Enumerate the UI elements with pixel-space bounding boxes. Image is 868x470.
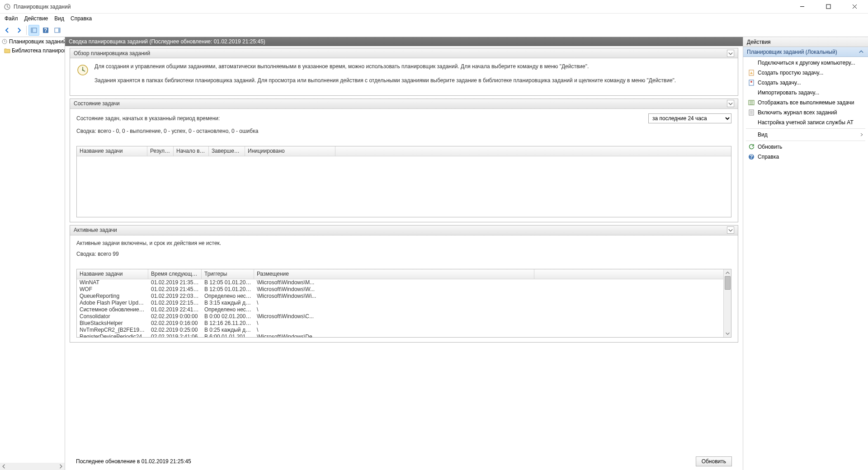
actions-list: Подключиться к другому компьютеру... Соз… xyxy=(743,57,868,163)
status-table-header[interactable]: Название задачи Результат... Начало выпо… xyxy=(77,146,731,156)
action-label: Отображать все выполняемые задачи xyxy=(758,99,854,106)
cell-loc: \Microsoft\Windows\M... xyxy=(254,279,534,286)
collapse-icon[interactable] xyxy=(858,49,864,55)
scheduler-icon xyxy=(1,38,8,45)
window-title: Планировщик заданий xyxy=(14,4,792,10)
tree-root-label: Планировщик заданий (Лок xyxy=(9,38,65,45)
scroll-right-icon[interactable] xyxy=(57,463,64,470)
collapse-icon[interactable] xyxy=(727,226,734,234)
cell-name: Adobe Flash Player Updater xyxy=(77,300,148,306)
action-create-basic[interactable]: Создать простую задачу... xyxy=(743,68,868,78)
action-connect[interactable]: Подключиться к другому компьютеру... xyxy=(743,58,868,68)
help-button[interactable]: ? xyxy=(40,25,51,36)
back-button[interactable] xyxy=(2,25,13,36)
menu-view[interactable]: Вид xyxy=(52,14,67,23)
cell-name: Системное обновление Браузер... xyxy=(77,306,148,313)
status-header[interactable]: Состояние задачи xyxy=(70,99,738,109)
window-controls xyxy=(792,0,864,13)
blank-icon xyxy=(748,59,755,66)
toolbar-actions-button[interactable] xyxy=(52,25,63,36)
action-refresh[interactable]: Обновить xyxy=(743,142,868,152)
col-name[interactable]: Название задачи xyxy=(77,146,147,156)
cell-trig: В 0:00 02.01.2004 - Част... xyxy=(202,313,254,320)
center-header-label: Сводка планировщика заданий (Последнее о… xyxy=(69,38,265,45)
actions-group-title: Планировщик заданий (Локальный) xyxy=(747,49,837,55)
center-header: Сводка планировщика заданий (Последнее о… xyxy=(65,37,743,46)
tree-library-label: Библиотека планировщ xyxy=(12,47,65,54)
overview-section: Обзор планировщика заданий Для создания … xyxy=(70,48,738,96)
action-show-running[interactable]: Отображать все выполняемые задачи xyxy=(743,98,868,108)
active-table-header[interactable]: Название задачи Время следующего зап... … xyxy=(77,269,723,279)
col-result[interactable]: Результат... xyxy=(147,146,174,156)
svg-rect-7 xyxy=(58,28,60,33)
menu-action[interactable]: Действие xyxy=(22,14,51,23)
table-row[interactable]: NvTmRepCR2_{B2FE1952-0186-46...02.02.201… xyxy=(77,327,723,334)
collapse-icon[interactable] xyxy=(727,50,734,57)
minimize-button[interactable] xyxy=(792,0,812,13)
close-button[interactable] xyxy=(844,0,864,13)
clock-icon xyxy=(76,64,89,76)
table-row[interactable]: Adobe Flash Player Updater01.02.2019 22:… xyxy=(77,300,723,306)
action-enable-log[interactable]: Включить журнал всех заданий xyxy=(743,108,868,118)
forward-button[interactable] xyxy=(14,25,24,36)
col-start[interactable]: Начало выпо... xyxy=(174,146,209,156)
toolbar-pane-button[interactable] xyxy=(28,25,39,36)
status-period-select[interactable]: за последние 24 часа xyxy=(648,113,731,123)
table-row[interactable]: WOF01.02.2019 21:45:00В 12:05 01.01.2007… xyxy=(77,286,723,293)
action-at-account[interactable]: Настройка учетной записи службы AT xyxy=(743,118,868,127)
title-bar: Планировщик заданий xyxy=(0,0,868,14)
action-label: Подключиться к другому компьютеру... xyxy=(758,60,855,66)
cell-loc: \Microsoft\Windows\Wi... xyxy=(254,293,534,299)
table-row[interactable]: BlueStacksHelper02.02.2019 0:16:00В 12:1… xyxy=(77,320,723,327)
col-name[interactable]: Название задачи xyxy=(77,269,148,279)
active-scrollbar[interactable] xyxy=(723,269,731,337)
table-row[interactable]: QueueReporting01.02.2019 22:03:52Определ… xyxy=(77,293,723,300)
cell-next: 01.02.2019 22:15:00 xyxy=(148,300,202,306)
col-loc[interactable]: Размещение xyxy=(254,269,534,279)
table-row[interactable]: Consolidator02.02.2019 0:00:00В 0:00 02.… xyxy=(77,313,723,320)
col-next[interactable]: Время следующего зап... xyxy=(148,269,202,279)
svg-text:?: ? xyxy=(44,27,47,33)
menu-file[interactable]: Файл xyxy=(2,14,21,23)
cell-loc: \ xyxy=(254,306,534,313)
action-help[interactable]: ? Справка xyxy=(743,152,868,162)
overview-title: Обзор планировщика заданий xyxy=(74,50,150,56)
active-title: Активные задачи xyxy=(74,227,117,233)
tree-scrollbar-horizontal[interactable] xyxy=(0,463,65,470)
table-row[interactable]: RegisterDevicePeriodic2402.02.2019 2:41:… xyxy=(77,334,723,337)
table-row[interactable]: WinNAT01.02.2019 21:35:00В 12:05 01.01.2… xyxy=(77,279,723,286)
tree-library[interactable]: Библиотека планировщ xyxy=(0,46,65,55)
cell-name: QueueReporting xyxy=(77,293,148,299)
svg-rect-3 xyxy=(31,28,33,33)
scroll-up-icon[interactable] xyxy=(725,270,731,276)
action-import[interactable]: Импортировать задачу... xyxy=(743,88,868,98)
action-label: Включить журнал всех заданий xyxy=(758,109,837,116)
refresh-icon xyxy=(748,143,755,150)
col-init[interactable]: Инициировано xyxy=(245,146,335,156)
status-section: Состояние задачи Состояние задач, начаты… xyxy=(70,99,738,222)
collapse-icon[interactable] xyxy=(727,100,734,107)
chevron-right-icon xyxy=(860,132,863,138)
table-row[interactable]: Системное обновление Браузер...01.02.201… xyxy=(77,306,723,313)
actions-pane: Действия Планировщик заданий (Локальный)… xyxy=(743,37,868,470)
menu-bar: Файл Действие Вид Справка xyxy=(0,14,868,24)
maximize-button[interactable] xyxy=(818,0,838,13)
scroll-down-icon[interactable] xyxy=(725,330,731,336)
col-trig[interactable]: Триггеры xyxy=(202,269,254,279)
cell-next: 02.02.2019 0:25:00 xyxy=(148,327,202,333)
overview-header[interactable]: Обзор планировщика заданий xyxy=(70,48,738,58)
refresh-button[interactable]: Обновить xyxy=(696,456,732,466)
actions-group-header[interactable]: Планировщик заданий (Локальный) xyxy=(743,47,868,57)
scroll-thumb[interactable] xyxy=(725,276,731,290)
action-view[interactable]: Вид xyxy=(743,130,868,140)
scroll-left-icon[interactable] xyxy=(1,463,7,470)
col-end[interactable]: Завершение в... xyxy=(209,146,245,156)
active-header[interactable]: Активные задачи xyxy=(70,226,738,235)
action-create[interactable]: Создать задачу... xyxy=(743,78,868,88)
tree-root[interactable]: Планировщик заданий (Лок xyxy=(0,37,65,46)
active-table: Название задачи Время следующего зап... … xyxy=(76,269,731,338)
overview-text-2: Задания хранятся в папках библиотеки пла… xyxy=(94,77,676,85)
menu-help[interactable]: Справка xyxy=(68,14,94,23)
running-icon xyxy=(748,99,755,106)
cell-name: WinNAT xyxy=(77,279,148,286)
